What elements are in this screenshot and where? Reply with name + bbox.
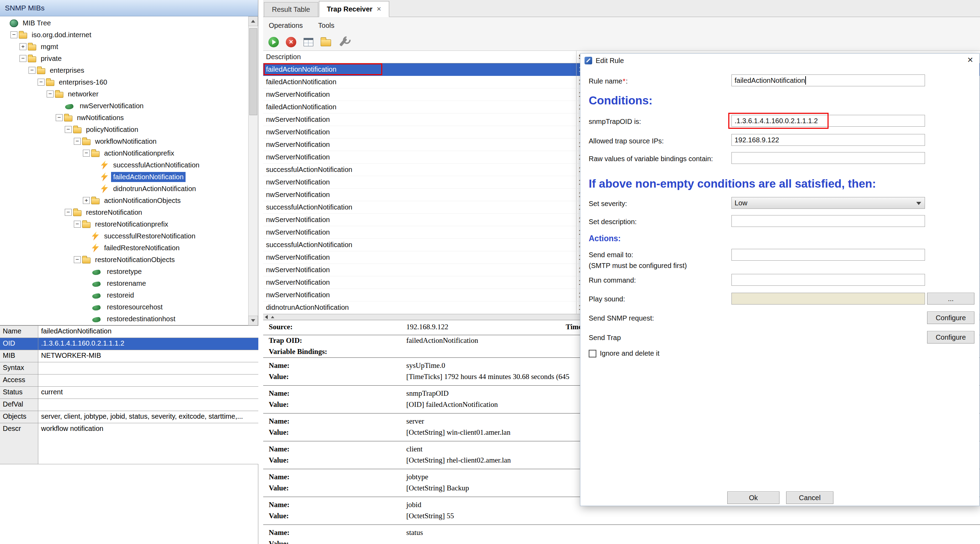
tree-item[interactable]: iso.org.dod.internet [0, 29, 258, 41]
leaf-icon [92, 270, 100, 275]
expander-icon[interactable] [83, 150, 90, 157]
expander-icon[interactable] [2, 19, 8, 27]
menu-operations[interactable]: Operations [269, 22, 303, 30]
tree-item[interactable]: restoredestinationhost [0, 313, 258, 325]
filter-button[interactable] [337, 36, 350, 48]
expander-icon[interactable] [83, 197, 90, 204]
tree-item[interactable]: restoreNotification [0, 207, 258, 218]
ignore-delete-checkbox[interactable] [589, 350, 597, 358]
scroll-left-icon[interactable] [265, 315, 268, 319]
scroll-down-button[interactable] [248, 316, 258, 325]
menu-tools[interactable]: Tools [318, 22, 334, 30]
tree-item[interactable]: MIB Tree [0, 17, 258, 29]
property-row[interactable]: DefVal [0, 399, 258, 411]
tree-item[interactable]: successfulRestoreNotification [0, 230, 258, 242]
allowed-ips-label: Allowed trap source IPs: [589, 137, 664, 145]
allowed-ips-input[interactable]: 192.168.9.122 [732, 134, 925, 146]
property-row[interactable]: Syntax [0, 362, 258, 374]
expander-icon[interactable] [10, 31, 18, 38]
column-header-description[interactable]: Description [263, 51, 576, 63]
tree-item[interactable]: networker [0, 88, 258, 100]
expander-icon[interactable] [83, 232, 90, 239]
cancel-button[interactable]: Cancel [786, 492, 834, 504]
tree-item[interactable]: restorename [0, 277, 258, 289]
tab-result-table[interactable]: Result Table [264, 2, 318, 17]
export-table-button[interactable] [302, 36, 315, 48]
expander-icon[interactable] [83, 292, 90, 299]
expander-icon[interactable] [56, 114, 63, 121]
tree-item[interactable]: workflowNotification [0, 135, 258, 147]
tree-item[interactable]: actionNotificationprefix [0, 147, 258, 159]
tab-trap-receiver[interactable]: Trap Receiver × [319, 1, 389, 17]
expander-icon[interactable] [19, 43, 27, 50]
tree-item[interactable]: nwServerNotification [0, 100, 258, 112]
expander-icon[interactable] [74, 256, 81, 263]
start-button[interactable] [267, 36, 280, 48]
tree-item-label: MIB Tree [21, 18, 53, 28]
expander-icon[interactable] [83, 268, 90, 275]
expander-icon[interactable] [83, 244, 90, 251]
expander-icon[interactable] [92, 162, 99, 169]
send-email-input[interactable] [732, 249, 925, 261]
configure-snmp-button[interactable]: Configure [927, 312, 974, 324]
run-command-input[interactable] [732, 274, 925, 286]
tree-item[interactable]: restoreNotificationprefix [0, 218, 258, 230]
expander-icon[interactable] [83, 315, 90, 322]
expander-icon[interactable] [74, 221, 81, 227]
tree-item[interactable]: nwNotifications [0, 112, 258, 124]
property-row[interactable]: OID .1.3.6.1.4.1.160.0.2.1.1.1.2 [0, 338, 258, 350]
tree-item[interactable]: restoreid [0, 289, 258, 301]
expander-icon[interactable] [19, 55, 27, 62]
expander-icon[interactable] [65, 126, 72, 133]
play-sound-input[interactable] [732, 293, 925, 305]
rule-name-input[interactable]: failedActionNotification [732, 75, 925, 86]
tree-item[interactable]: failedRestoreNotification [0, 242, 258, 254]
tree-item[interactable]: enterprises [0, 64, 258, 76]
tree-item[interactable]: failedActionNotification [0, 171, 258, 183]
collapse-up-icon[interactable] [271, 316, 274, 318]
close-icon[interactable]: × [967, 55, 973, 65]
expander-icon[interactable] [74, 138, 81, 145]
property-label: DefVal [0, 399, 38, 411]
raw-values-input[interactable] [732, 152, 925, 164]
property-row[interactable]: Name failedActionNotification [0, 326, 258, 338]
scrollbar-thumb[interactable] [249, 28, 257, 115]
tree-item[interactable]: didnotrunActionNotification [0, 183, 258, 194]
expander-icon[interactable] [92, 185, 99, 192]
set-severity-select[interactable]: Low [732, 197, 925, 209]
stop-button[interactable] [285, 36, 297, 48]
ignore-delete-row: Ignore and delete it [589, 350, 659, 358]
property-row[interactable]: Status current [0, 387, 258, 399]
expander-icon[interactable] [65, 209, 72, 216]
expander-icon[interactable] [83, 304, 90, 310]
expander-icon[interactable] [47, 91, 54, 97]
property-row[interactable]: Access [0, 374, 258, 387]
tree-scrollbar[interactable] [248, 16, 258, 325]
set-description-input[interactable] [732, 215, 925, 227]
expander-icon[interactable] [38, 79, 45, 86]
property-row[interactable]: Descr workflow notification [0, 423, 258, 464]
tree-item[interactable]: restoresourcehost [0, 301, 258, 313]
expander-icon[interactable] [83, 280, 90, 287]
tree-item[interactable]: mgmt [0, 41, 258, 52]
tab-close-icon[interactable]: × [377, 5, 381, 13]
tree-item[interactable]: restoretype [0, 266, 258, 277]
browse-button[interactable]: ... [927, 293, 974, 305]
tree-item[interactable]: policyNotification [0, 124, 258, 135]
ok-button[interactable]: Ok [727, 492, 780, 504]
configure-trap-button[interactable]: Configure [927, 331, 974, 344]
varbind-value-label: Value: [269, 484, 289, 493]
tree-item[interactable]: restoreNotificationObjects [0, 254, 258, 266]
snmptrapoid-input[interactable]: .1.3.6.1.4.1.160.0.2.1.1.1.2 [732, 115, 925, 127]
expander-icon[interactable] [29, 67, 35, 74]
tree-item[interactable]: successfulActionNotification [0, 159, 258, 171]
property-row[interactable]: Objects server, client, jobtype, jobid, … [0, 411, 258, 423]
scroll-up-button[interactable] [248, 16, 258, 26]
property-row[interactable]: MIB NETWORKER-MIB [0, 350, 258, 362]
open-folder-button[interactable] [320, 36, 332, 48]
expander-icon[interactable] [56, 102, 63, 109]
expander-icon[interactable] [92, 173, 99, 180]
tree-item[interactable]: actionNotificationObjects [0, 194, 258, 207]
tree-item[interactable]: enterprises-160 [0, 76, 258, 88]
tree-item[interactable]: private [0, 52, 258, 64]
